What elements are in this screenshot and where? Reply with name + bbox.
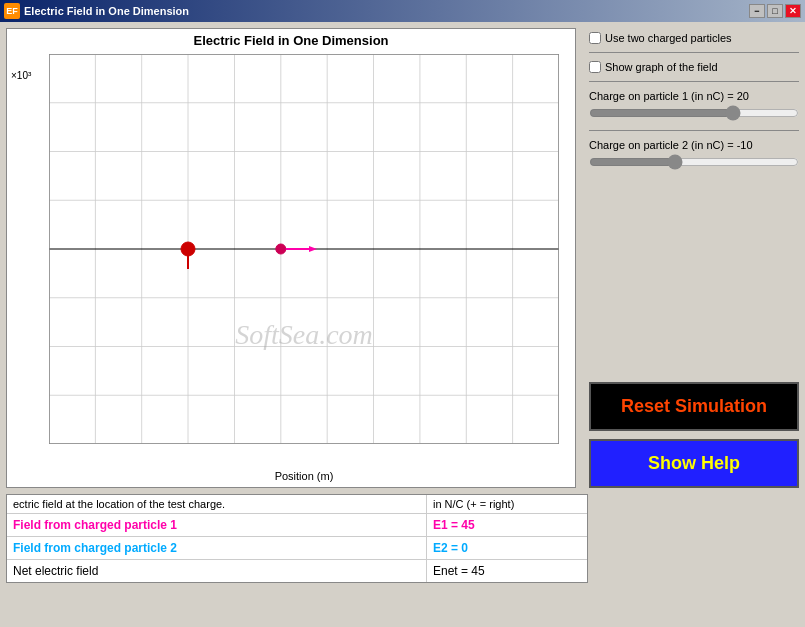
title-bar: EF Electric Field in One Dimension − □ ✕ [0,0,805,22]
window-controls: − □ ✕ [749,4,801,18]
minimize-button[interactable]: − [749,4,765,18]
checkbox-two-particles[interactable] [589,32,601,44]
y-axis-exp: ×10³ [11,70,31,81]
checkbox-two-particles-label: Use two charged particles [605,32,732,44]
slider2-label: Charge on particle 2 (in nC) = -10 [589,139,799,151]
x-axis-label: Position (m) [49,470,559,482]
close-button[interactable]: ✕ [785,4,801,18]
data-row2-left: Field from charged particle 2 [7,537,427,559]
chart-container: Electric Field in One Dimension ×10³ Ele… [6,28,576,488]
bottom-header-right: in N/C (+ = right) [427,495,587,513]
data-row1-left: Field from charged particle 1 [7,514,427,536]
window-title: Electric Field in One Dimension [24,5,189,17]
reset-simulation-button[interactable]: Reset Simulation [589,382,799,431]
table-row-1: Field from charged particle 1 E1 = 45 [7,514,587,537]
data-row3-left: Net electric field [7,560,427,582]
divider-2 [589,81,799,82]
svg-text:SoftSea.com: SoftSea.com [235,319,373,350]
checkbox-two-particles-row: Use two charged particles [589,32,799,44]
right-panel: Use two charged particles Show graph of … [589,28,799,488]
chart-svg: 2.0 1.5 1.0 0.5 0 -0.5 -1.0 -1.5 -2.0 -5… [49,54,559,444]
slider1-input[interactable] [589,104,799,122]
show-help-button[interactable]: Show Help [589,439,799,488]
slider1-section: Charge on particle 1 (in nC) = 20 [589,90,799,122]
data-row1-right: E1 = 45 [427,514,587,536]
checkbox-show-graph-label: Show graph of the field [605,61,718,73]
chart-title: Electric Field in One Dimension [7,29,575,50]
divider-3 [589,130,799,131]
bottom-header-row: ectric field at the location of the test… [7,495,587,514]
main-content: Electric Field in One Dimension ×10³ Ele… [0,22,805,494]
slider1-label: Charge on particle 1 (in nC) = 20 [589,90,799,102]
table-row-3: Net electric field Enet = 45 [7,560,587,582]
data-row3-right: Enet = 45 [427,560,587,582]
maximize-button[interactable]: □ [767,4,783,18]
table-row-2: Field from charged particle 2 E2 = 0 [7,537,587,560]
left-panel: Electric Field in One Dimension ×10³ Ele… [6,28,583,488]
checkbox-show-graph[interactable] [589,61,601,73]
slider2-section: Charge on particle 2 (in nC) = -10 [589,139,799,171]
data-row2-right: E2 = 0 [427,537,587,559]
bottom-panel: ectric field at the location of the test… [6,494,588,583]
checkbox-show-graph-row: Show graph of the field [589,61,799,73]
slider2-input[interactable] [589,153,799,171]
app-icon: EF [4,3,20,19]
divider-1 [589,52,799,53]
bottom-header-left: ectric field at the location of the test… [7,495,427,513]
svg-point-41 [276,244,286,254]
